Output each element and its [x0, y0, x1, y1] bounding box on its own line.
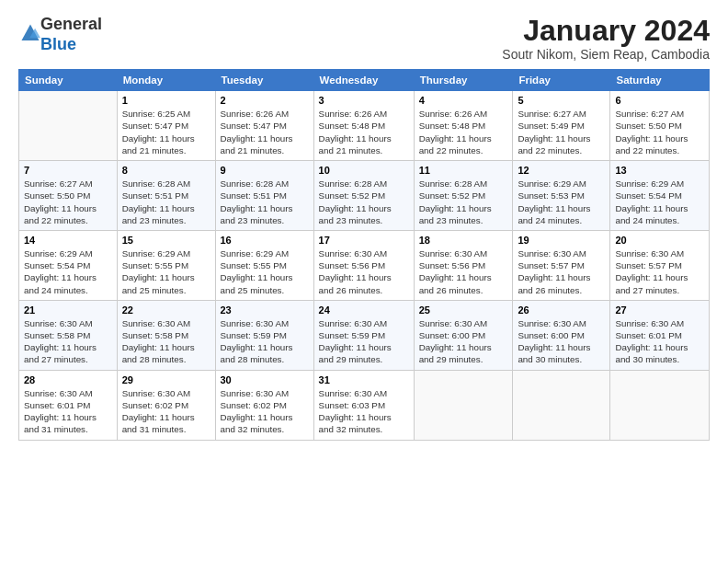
week-row-4: 21Sunrise: 6:30 AM Sunset: 5:58 PM Dayli…	[19, 300, 710, 370]
day-info: Sunrise: 6:30 AM Sunset: 5:56 PM Dayligh…	[319, 247, 409, 296]
calendar-cell: 28Sunrise: 6:30 AM Sunset: 6:01 PM Dayli…	[19, 370, 118, 440]
day-header-sunday: Sunday	[19, 70, 118, 91]
day-info: Sunrise: 6:27 AM Sunset: 5:50 PM Dayligh…	[24, 178, 112, 226]
calendar-cell: 10Sunrise: 6:28 AM Sunset: 5:52 PM Dayli…	[313, 161, 414, 231]
logo-icon	[20, 23, 40, 43]
calendar-cell: 30Sunrise: 6:30 AM Sunset: 6:02 PM Dayli…	[215, 370, 313, 440]
day-info: Sunrise: 6:30 AM Sunset: 6:03 PM Dayligh…	[319, 387, 409, 436]
week-row-5: 28Sunrise: 6:30 AM Sunset: 6:01 PM Dayli…	[19, 370, 710, 440]
calendar-cell: 3Sunrise: 6:26 AM Sunset: 5:48 PM Daylig…	[313, 91, 414, 161]
day-number: 9	[221, 165, 309, 176]
day-number: 3	[319, 95, 409, 106]
day-number: 19	[518, 235, 605, 246]
calendar-cell	[414, 370, 513, 440]
calendar-cell: 13Sunrise: 6:29 AM Sunset: 5:54 PM Dayli…	[610, 161, 710, 231]
day-number: 11	[419, 165, 508, 176]
week-row-2: 7Sunrise: 6:27 AM Sunset: 5:50 PM Daylig…	[19, 161, 710, 231]
day-number: 24	[319, 304, 409, 316]
day-info: Sunrise: 6:27 AM Sunset: 5:50 PM Dayligh…	[615, 108, 704, 156]
day-number: 27	[615, 304, 704, 316]
calendar-cell: 24Sunrise: 6:30 AM Sunset: 5:59 PM Dayli…	[313, 300, 414, 370]
day-header-tuesday: Tuesday	[215, 70, 313, 91]
week-row-3: 14Sunrise: 6:29 AM Sunset: 5:54 PM Dayli…	[19, 230, 710, 300]
day-info: Sunrise: 6:28 AM Sunset: 5:51 PM Dayligh…	[122, 178, 210, 226]
day-number: 16	[221, 235, 309, 246]
day-number: 21	[24, 304, 112, 316]
day-info: Sunrise: 6:26 AM Sunset: 5:48 PM Dayligh…	[419, 108, 508, 156]
calendar-cell: 1Sunrise: 6:25 AM Sunset: 5:47 PM Daylig…	[117, 91, 215, 161]
day-info: Sunrise: 6:30 AM Sunset: 6:00 PM Dayligh…	[419, 317, 508, 366]
day-number: 26	[518, 304, 605, 316]
calendar-cell: 26Sunrise: 6:30 AM Sunset: 6:00 PM Dayli…	[513, 300, 610, 370]
day-header-wednesday: Wednesday	[313, 70, 414, 91]
day-info: Sunrise: 6:30 AM Sunset: 6:01 PM Dayligh…	[615, 317, 704, 366]
day-info: Sunrise: 6:29 AM Sunset: 5:55 PM Dayligh…	[221, 247, 309, 296]
day-number: 23	[221, 304, 309, 316]
calendar-cell: 22Sunrise: 6:30 AM Sunset: 5:58 PM Dayli…	[117, 300, 215, 370]
calendar-cell	[513, 370, 610, 440]
calendar-page: General Blue January 2024 Soutr Nikom, S…	[0, 0, 728, 563]
calendar-cell: 25Sunrise: 6:30 AM Sunset: 6:00 PM Dayli…	[414, 300, 513, 370]
day-number: 30	[221, 374, 309, 385]
day-number: 22	[122, 304, 210, 316]
day-number: 7	[24, 165, 112, 176]
calendar-cell: 15Sunrise: 6:29 AM Sunset: 5:55 PM Dayli…	[117, 230, 215, 300]
day-number: 28	[24, 374, 112, 385]
day-number: 17	[319, 235, 409, 246]
calendar-cell: 12Sunrise: 6:29 AM Sunset: 5:53 PM Dayli…	[513, 161, 610, 231]
day-info: Sunrise: 6:29 AM Sunset: 5:54 PM Dayligh…	[24, 247, 112, 296]
day-number: 8	[122, 165, 210, 176]
day-number: 6	[615, 95, 704, 106]
calendar-cell: 16Sunrise: 6:29 AM Sunset: 5:55 PM Dayli…	[215, 230, 313, 300]
day-info: Sunrise: 6:30 AM Sunset: 5:58 PM Dayligh…	[24, 317, 112, 366]
calendar-cell: 18Sunrise: 6:30 AM Sunset: 5:56 PM Dayli…	[414, 230, 513, 300]
day-info: Sunrise: 6:28 AM Sunset: 5:52 PM Dayligh…	[419, 178, 508, 226]
calendar-cell: 21Sunrise: 6:30 AM Sunset: 5:58 PM Dayli…	[19, 300, 118, 370]
calendar-cell: 20Sunrise: 6:30 AM Sunset: 5:57 PM Dayli…	[610, 230, 710, 300]
day-info: Sunrise: 6:26 AM Sunset: 5:48 PM Dayligh…	[319, 108, 409, 156]
logo: General Blue	[18, 15, 102, 54]
day-info: Sunrise: 6:30 AM Sunset: 6:02 PM Dayligh…	[221, 387, 309, 436]
day-info: Sunrise: 6:30 AM Sunset: 5:59 PM Dayligh…	[319, 317, 409, 366]
day-info: Sunrise: 6:29 AM Sunset: 5:53 PM Dayligh…	[518, 178, 605, 226]
calendar-cell	[19, 91, 118, 161]
day-number: 5	[518, 95, 605, 106]
day-number: 12	[518, 165, 605, 176]
logo-blue: Blue	[40, 35, 76, 53]
calendar-cell: 4Sunrise: 6:26 AM Sunset: 5:48 PM Daylig…	[414, 91, 513, 161]
logo-general: General	[40, 15, 102, 33]
calendar-table: SundayMondayTuesdayWednesdayThursdayFrid…	[18, 69, 710, 440]
day-header-monday: Monday	[117, 70, 215, 91]
day-number: 29	[122, 374, 210, 385]
day-number: 2	[221, 95, 309, 106]
calendar-cell: 27Sunrise: 6:30 AM Sunset: 6:01 PM Dayli…	[610, 300, 710, 370]
day-number: 13	[615, 165, 704, 176]
calendar-cell: 5Sunrise: 6:27 AM Sunset: 5:49 PM Daylig…	[513, 91, 610, 161]
day-number: 18	[419, 235, 508, 246]
day-info: Sunrise: 6:30 AM Sunset: 5:57 PM Dayligh…	[518, 247, 605, 296]
day-number: 1	[122, 95, 210, 106]
header: General Blue January 2024 Soutr Nikom, S…	[18, 15, 710, 62]
day-number: 4	[419, 95, 508, 106]
day-info: Sunrise: 6:30 AM Sunset: 5:56 PM Dayligh…	[419, 247, 508, 296]
month-title: January 2024	[502, 15, 710, 47]
day-info: Sunrise: 6:25 AM Sunset: 5:47 PM Dayligh…	[122, 108, 210, 156]
calendar-cell: 8Sunrise: 6:28 AM Sunset: 5:51 PM Daylig…	[117, 161, 215, 231]
day-header-saturday: Saturday	[610, 70, 710, 91]
day-info: Sunrise: 6:29 AM Sunset: 5:54 PM Dayligh…	[615, 178, 704, 226]
calendar-cell: 6Sunrise: 6:27 AM Sunset: 5:50 PM Daylig…	[610, 91, 710, 161]
calendar-cell: 29Sunrise: 6:30 AM Sunset: 6:02 PM Dayli…	[117, 370, 215, 440]
day-info: Sunrise: 6:30 AM Sunset: 6:00 PM Dayligh…	[518, 317, 605, 366]
day-info: Sunrise: 6:30 AM Sunset: 6:02 PM Dayligh…	[122, 387, 210, 436]
day-number: 10	[319, 165, 409, 176]
day-info: Sunrise: 6:27 AM Sunset: 5:49 PM Dayligh…	[518, 108, 605, 156]
day-info: Sunrise: 6:26 AM Sunset: 5:47 PM Dayligh…	[221, 108, 309, 156]
title-block: January 2024 Soutr Nikom, Siem Reap, Cam…	[502, 15, 710, 62]
day-info: Sunrise: 6:30 AM Sunset: 5:58 PM Dayligh…	[122, 317, 210, 366]
calendar-cell: 17Sunrise: 6:30 AM Sunset: 5:56 PM Dayli…	[313, 230, 414, 300]
location: Soutr Nikom, Siem Reap, Cambodia	[502, 47, 710, 62]
day-number: 14	[24, 235, 112, 246]
day-number: 20	[615, 235, 704, 246]
calendar-cell: 11Sunrise: 6:28 AM Sunset: 5:52 PM Dayli…	[414, 161, 513, 231]
day-header-row: SundayMondayTuesdayWednesdayThursdayFrid…	[19, 70, 710, 91]
